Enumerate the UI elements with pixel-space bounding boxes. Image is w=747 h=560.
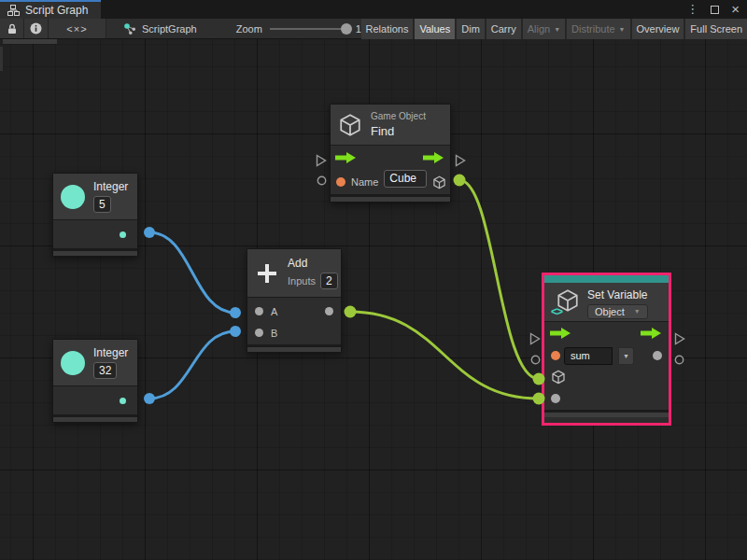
flow-output-arrow-icon[interactable]	[423, 152, 445, 163]
value-input-terminal[interactable]	[317, 175, 327, 186]
value-output-port[interactable]	[653, 351, 662, 360]
node-footer	[53, 414, 137, 422]
chevron-down-icon: ▼	[554, 26, 560, 33]
flow-input-terminal[interactable]	[316, 154, 327, 167]
integer-type-icon	[61, 185, 85, 209]
variable-dropdown-button[interactable]: ▼	[618, 347, 634, 365]
hierarchy-icon	[7, 5, 20, 16]
wire-endpoint[interactable]	[144, 393, 155, 404]
set-variable-icon: <>	[552, 288, 580, 316]
add-icon	[255, 261, 279, 286]
graph-icon	[123, 22, 136, 35]
flow-output-arrow-icon[interactable]	[641, 328, 663, 339]
gameobject-cube-icon	[338, 113, 362, 137]
value-output-terminal[interactable]	[674, 355, 684, 365]
node-footer	[331, 194, 450, 202]
distribute-button[interactable]: Distribute ▼	[567, 19, 629, 39]
node-integer-32[interactable]: Integer 32	[52, 339, 138, 423]
node-title: Integer	[93, 180, 128, 193]
graph-toolbar: <×> ScriptGraph Zoom 1x Relations Values…	[0, 19, 747, 39]
flow-output-terminal[interactable]	[455, 154, 466, 167]
vertical-scrollbar[interactable]	[0, 47, 3, 71]
value-input-terminal[interactable]	[530, 355, 541, 365]
integer-value-field[interactable]: 5	[93, 196, 111, 213]
fullscreen-button[interactable]: Full Screen	[685, 19, 747, 39]
name-input-field[interactable]: Cube	[384, 170, 427, 188]
code-icon: <×>	[66, 23, 87, 35]
name-port-label: Name	[351, 176, 378, 188]
menu-icon[interactable]: ⋮	[686, 0, 698, 19]
node-category: Game Object	[371, 111, 426, 121]
node-title: Add	[288, 257, 338, 270]
flow-input-arrow-icon[interactable]	[335, 152, 358, 163]
maximize-icon[interactable]	[711, 6, 719, 14]
variable-color-strip	[544, 275, 669, 283]
zoom-slider-handle[interactable]	[341, 23, 352, 35]
graph-canvas[interactable]: Integer 5 Integer 32	[0, 39, 747, 560]
variable-scope-dropdown[interactable]: Object ▼	[587, 304, 648, 319]
node-set-variable-selected[interactable]: <> Set Variable Object ▼ sum ▼	[542, 273, 671, 426]
variable-name-port[interactable]	[551, 351, 560, 360]
info-icon	[30, 22, 42, 35]
output-port[interactable]	[120, 231, 126, 238]
node-footer	[53, 248, 137, 256]
wire-endpoint[interactable]	[345, 306, 357, 318]
wire-add-to-setvariable-value[interactable]	[350, 312, 539, 399]
inputs-count-field[interactable]: 2	[320, 273, 338, 289]
integer-type-icon	[61, 351, 85, 375]
string-input-port[interactable]	[336, 177, 345, 187]
horizontal-scrollbar[interactable]	[3, 39, 57, 44]
flow-input-terminal[interactable]	[529, 332, 541, 345]
node-gameobject-find[interactable]: Game Object Find Name Cube	[330, 104, 451, 203]
node-title: Find	[371, 124, 426, 138]
window-tab-bar: Script Graph ⋮ ×	[0, 0, 747, 19]
chevron-down-icon: ▼	[619, 26, 626, 33]
dim-button[interactable]: Dim	[457, 19, 485, 39]
integer-value-field[interactable]: 32	[93, 362, 117, 379]
wire-endpoint[interactable]	[230, 307, 241, 318]
flow-input-arrow-icon[interactable]	[550, 328, 572, 339]
output-port-sum[interactable]	[325, 307, 333, 315]
relations-button[interactable]: Relations	[361, 19, 414, 39]
node-title: Integer	[93, 346, 128, 359]
node-title: Set Variable	[587, 288, 647, 301]
carry-button[interactable]: Carry	[486, 19, 521, 39]
wire-find-to-setvariable-object[interactable]	[459, 180, 539, 379]
close-icon[interactable]: ×	[731, 0, 740, 19]
lock-button[interactable]	[0, 19, 24, 38]
code-view-button[interactable]: <×>	[49, 19, 106, 38]
node-integer-5[interactable]: Integer 5	[52, 173, 138, 257]
input-port-a[interactable]	[255, 307, 263, 315]
inputs-label: Inputs	[288, 275, 316, 287]
output-port[interactable]	[120, 398, 126, 404]
inspect-button[interactable]	[24, 19, 49, 38]
overview-button[interactable]: Overview	[632, 19, 684, 39]
target-object-port-icon[interactable]	[551, 370, 566, 385]
lock-icon	[7, 23, 18, 35]
graph-name: ScriptGraph	[142, 23, 197, 35]
variable-name-dropdown[interactable]: sum	[564, 347, 613, 365]
zoom-slider[interactable]	[270, 28, 348, 30]
align-button[interactable]: Align ▼	[523, 19, 565, 39]
tab-title: Script Graph	[25, 4, 88, 17]
values-button[interactable]: Values	[415, 19, 455, 39]
graph-breadcrumb[interactable]: ScriptGraph	[106, 19, 210, 38]
angle-brackets-icon: <>	[551, 305, 562, 318]
input-port-b[interactable]	[255, 329, 263, 337]
gameobject-output-icon[interactable]	[432, 175, 446, 189]
wire-integer5-to-add-a[interactable]	[149, 232, 235, 313]
value-input-port[interactable]	[551, 394, 560, 403]
chevron-down-icon: ▼	[634, 308, 641, 315]
zoom-label: Zoom	[236, 23, 262, 35]
wire-endpoint[interactable]	[230, 326, 241, 337]
flow-output-terminal[interactable]	[674, 332, 685, 345]
wire-integer32-to-add-b[interactable]	[149, 331, 235, 399]
wire-endpoint[interactable]	[144, 227, 155, 238]
tab-script-graph[interactable]: Script Graph	[0, 0, 101, 19]
node-footer	[544, 410, 669, 417]
node-footer	[247, 344, 341, 352]
wire-endpoint[interactable]	[454, 175, 466, 187]
node-add[interactable]: Add Inputs 2 A B	[247, 248, 342, 353]
